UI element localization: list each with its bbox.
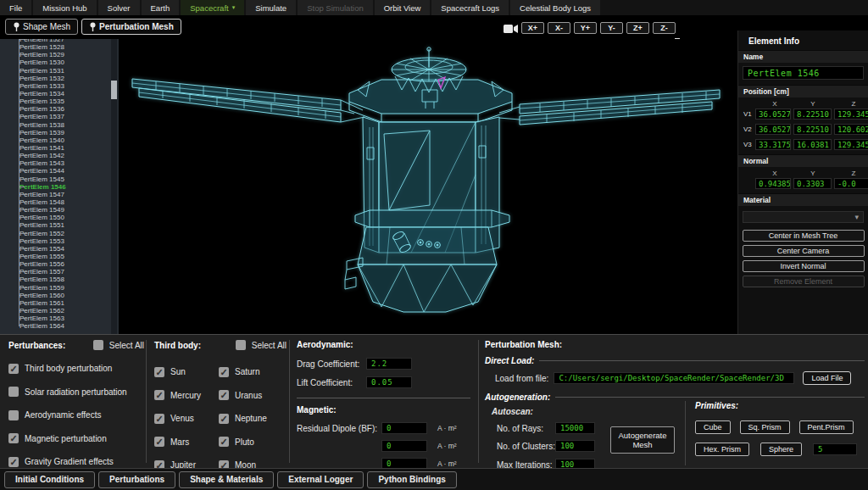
- lift-coefficient-input[interactable]: 0.05: [366, 376, 412, 388]
- checkbox-pluto[interactable]: ✓Pluto: [219, 437, 287, 447]
- checkbox-venus[interactable]: ✓Venus: [154, 414, 219, 424]
- menu-item-file[interactable]: File: [0, 0, 31, 15]
- axis-button-yminus[interactable]: Y-: [600, 22, 623, 34]
- checkbox-icon[interactable]: ✓: [8, 364, 19, 374]
- axis-button-xplus[interactable]: X+: [521, 22, 544, 34]
- tree-item-pertelem-1539[interactable]: PertElem 1539: [19, 129, 119, 136]
- tree-item-pertelem-1553[interactable]: PertElem 1553: [19, 237, 119, 245]
- checkbox-icon[interactable]: [93, 340, 103, 350]
- normal-y[interactable]: 0.3303: [793, 178, 832, 189]
- tree-item-pertelem-1535[interactable]: PertElem 1535: [19, 97, 119, 105]
- tab-perturbations[interactable]: Perturbations: [98, 471, 175, 488]
- checkbox-icon[interactable]: ✓: [219, 367, 229, 377]
- tab-initial-conditions[interactable]: Initial Conditions: [4, 471, 95, 488]
- position-v3-z[interactable]: 129.345: [834, 139, 868, 150]
- tree-item-pertelem-1544[interactable]: PertElem 1544: [19, 167, 119, 175]
- tree-item-pertelem-1538[interactable]: PertElem 1538: [19, 121, 119, 129]
- checkbox-mercury[interactable]: ✓Mercury: [154, 390, 219, 400]
- tree-item-pertelem-1560[interactable]: PertElem 1560: [19, 292, 119, 299]
- tree-item-pertelem-1552[interactable]: PertElem 1552: [19, 230, 119, 237]
- axis-button-zplus[interactable]: Z+: [626, 22, 649, 34]
- position-v2-z[interactable]: 120.602: [834, 124, 868, 135]
- position-v1-x[interactable]: 36.0527: [755, 109, 791, 120]
- sphere-subdivisions-input[interactable]: 5: [813, 443, 857, 455]
- position-v3-y[interactable]: 16.0381: [793, 139, 832, 150]
- tree-item-pertelem-1533[interactable]: PertElem 1533: [19, 82, 119, 90]
- menu-item-simulate[interactable]: Simulate: [246, 0, 296, 15]
- normal-x[interactable]: 0.94385: [755, 178, 791, 189]
- tree-item-pertelem-1564[interactable]: PertElem 1564: [19, 322, 119, 330]
- menu-item-spacecraft[interactable]: Spacecraft▾: [181, 0, 244, 15]
- tree-item-pertelem-1549[interactable]: PertElem 1549: [19, 206, 119, 214]
- tree-item-pertelem-1558[interactable]: PertElem 1558: [19, 276, 119, 283]
- viewport-3d[interactable]: [119, 39, 737, 334]
- tree-item-pertelem-1528[interactable]: PertElem 1528: [19, 43, 119, 51]
- tree-item-pertelem-1563[interactable]: PertElem 1563: [19, 315, 119, 322]
- menu-item-mission-hub[interactable]: Mission Hub: [33, 0, 96, 15]
- load-file-button[interactable]: Load File: [803, 371, 851, 385]
- autogenerate-mesh-button[interactable]: AutogenerateMesh: [610, 426, 675, 454]
- checkbox-mars[interactable]: ✓Mars: [154, 437, 219, 447]
- menu-item-orbit-view[interactable]: Orbit View: [375, 0, 431, 15]
- tree-item-pertelem-1530[interactable]: PertElem 1530: [19, 58, 119, 66]
- tab-external-logger[interactable]: External Logger: [277, 471, 364, 488]
- drag-coefficient-input[interactable]: 2.2: [366, 358, 412, 370]
- checkbox-icon[interactable]: ✓: [154, 437, 164, 447]
- material-dropdown[interactable]: ▾: [743, 211, 864, 223]
- name-field[interactable]: PertElem 1546: [743, 66, 864, 80]
- center-in-mesh-tree-button[interactable]: Center in Mesh Tree: [743, 230, 865, 242]
- tree-item-pertelem-1546[interactable]: PertElem 1546: [19, 183, 119, 191]
- third-body-select-all[interactable]: Select All: [236, 340, 287, 350]
- position-v2-y[interactable]: 8.22510: [793, 124, 832, 135]
- checkbox-icon[interactable]: ✓: [219, 437, 229, 447]
- clusters-input[interactable]: 100: [555, 440, 595, 452]
- perturbances-select-all-checkbox[interactable]: Select All: [93, 340, 144, 350]
- primitive-hex--prism-button[interactable]: Hex. Prism: [695, 443, 749, 456]
- perturbances-select-all[interactable]: Select All: [93, 340, 144, 350]
- axis-button-yplus[interactable]: Y+: [574, 22, 597, 34]
- checkbox-icon[interactable]: [8, 387, 19, 397]
- checkbox-solar-radiation-perturbation[interactable]: Solar radiation perturbation: [8, 387, 144, 397]
- menu-item-spacecraft-logs[interactable]: Spacecraft Logs: [431, 0, 509, 15]
- tree-item-pertelem-1531[interactable]: PertElem 1531: [19, 67, 119, 75]
- invert-normal-button[interactable]: Invert Normal: [743, 260, 865, 272]
- rays-input[interactable]: 15000: [555, 422, 595, 434]
- tree-item-pertelem-1561[interactable]: PertElem 1561: [19, 299, 119, 307]
- tab-shape-materials[interactable]: Shape & Materials: [179, 471, 274, 488]
- checkbox-sun[interactable]: ✓Sun: [154, 367, 219, 377]
- tree-item-pertelem-1556[interactable]: PertElem 1556: [19, 260, 119, 268]
- tree-item-pertelem-1543[interactable]: PertElem 1543: [19, 159, 119, 167]
- menu-item-celestial-body-logs[interactable]: Celestial Body Logs: [510, 0, 600, 15]
- primitive-sphere-button[interactable]: Sphere: [760, 443, 802, 456]
- third-body-select-all-checkbox[interactable]: Select All: [236, 340, 287, 350]
- tree-item-pertelem-1536[interactable]: PertElem 1536: [19, 105, 119, 113]
- axis-button-zminus[interactable]: Z-: [653, 22, 676, 34]
- camera-icon[interactable]: [504, 22, 518, 37]
- checkbox-aerodynamic-effects[interactable]: Aerodynamic effects: [8, 410, 144, 420]
- tree-item-pertelem-1555[interactable]: PertElem 1555: [19, 253, 119, 260]
- tree-item-pertelem-1545[interactable]: PertElem 1545: [19, 175, 119, 183]
- file-path-input[interactable]: C:/Users/sergi/Desktop/SpaceRender/Space…: [554, 372, 794, 384]
- checkbox-icon[interactable]: ✓: [154, 414, 164, 424]
- tree-item-pertelem-1554[interactable]: PertElem 1554: [19, 245, 119, 253]
- tab-python-bindings[interactable]: Python Bindings: [367, 471, 456, 488]
- tree-item-pertelem-1542[interactable]: PertElem 1542: [19, 152, 119, 159]
- tree-item-pertelem-1559[interactable]: PertElem 1559: [19, 284, 119, 292]
- tree-item-pertelem-1529[interactable]: PertElem 1529: [19, 51, 119, 58]
- tree-item-pertelem-1551[interactable]: PertElem 1551: [19, 221, 119, 229]
- menu-item-solver[interactable]: Solver: [98, 0, 140, 15]
- normal-z[interactable]: -0.0: [834, 178, 868, 189]
- center-camera-button[interactable]: Center Camera: [743, 245, 865, 257]
- checkbox-uranus[interactable]: ✓Uranus: [219, 390, 287, 400]
- checkbox-gravity-gradient-effects[interactable]: ✓Gravity Gradient effects: [8, 457, 144, 467]
- position-v1-z[interactable]: 129.345: [834, 109, 868, 120]
- checkbox-icon[interactable]: [8, 410, 19, 420]
- primitive-cube-button[interactable]: Cube: [695, 420, 731, 434]
- dipole-x-input[interactable]: 0: [381, 422, 427, 434]
- checkbox-third-body-perturbation[interactable]: ✓Third body perturbation: [8, 364, 144, 374]
- position-v3-x[interactable]: 33.3175: [755, 139, 791, 150]
- dipole-y-input[interactable]: 0: [381, 440, 427, 452]
- perturbation-mesh-button[interactable]: Perturbation Mesh: [81, 19, 181, 35]
- tree-item-pertelem-1547[interactable]: PertElem 1547: [19, 191, 119, 198]
- tree-item-pertelem-1548[interactable]: PertElem 1548: [19, 198, 119, 206]
